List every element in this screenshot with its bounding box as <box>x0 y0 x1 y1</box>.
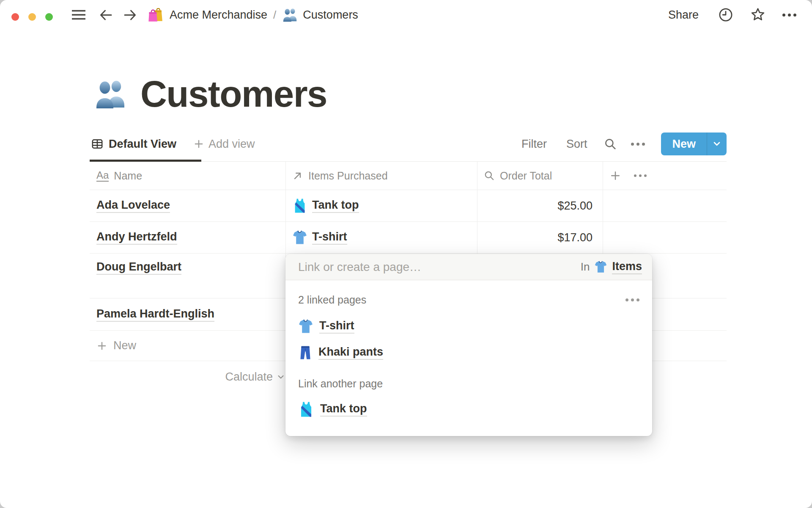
view-options-button[interactable] <box>631 143 645 146</box>
plus-icon <box>193 138 204 149</box>
table-row: Andy Hertzfeld T-shirt $17.00 <box>90 222 727 254</box>
order-total-cell[interactable]: $25.00 <box>477 190 603 221</box>
shopping-bags-icon <box>147 6 165 24</box>
linked-page-label: T-shirt <box>319 319 354 334</box>
clock-icon <box>718 7 733 22</box>
minimize-window-button[interactable] <box>28 13 36 21</box>
table-view-icon <box>91 138 103 150</box>
more-options-button[interactable] <box>782 14 796 17</box>
order-total-value: $25.00 <box>557 199 593 213</box>
app-window: Acme Merchandise / Customers Share <box>0 0 812 508</box>
name-cell[interactable]: Pamela Hardt-English <box>90 298 285 330</box>
table-row: Ada Lovelace Tank top $25.00 <box>90 190 727 222</box>
linked-pages-section-header: 2 linked pages <box>285 293 652 306</box>
share-button[interactable]: Share <box>666 8 701 22</box>
ellipsis-icon <box>782 14 796 17</box>
ellipsis-icon <box>625 298 639 301</box>
linked-pages-count-label: 2 linked pages <box>298 294 366 306</box>
tank-top-icon <box>292 198 307 213</box>
items-purchased-cell[interactable]: T-shirt <box>285 222 477 253</box>
column-header-label: Items Purchased <box>308 170 388 182</box>
filter-button[interactable]: Filter <box>519 137 549 151</box>
table-options-button[interactable] <box>634 174 647 177</box>
row-name: Andy Hertzfeld <box>96 230 177 245</box>
close-window-button[interactable] <box>11 13 19 21</box>
order-total-value: $17.00 <box>557 231 593 244</box>
calculate-button[interactable]: Calculate <box>90 361 294 392</box>
suggested-page-label: Tank top <box>320 402 367 417</box>
add-view-label: Add view <box>208 138 255 151</box>
breadcrumb: Acme Merchandise / Customers <box>147 6 358 24</box>
sort-button[interactable]: Sort <box>564 137 590 151</box>
row-name: Ada Lovelace <box>96 199 170 213</box>
row-name: Doug Engelbart <box>96 260 181 275</box>
linked-page-label: Khaki pants <box>318 345 383 360</box>
breadcrumb-workspace-label: Acme Merchandise <box>170 8 267 22</box>
new-row-label: New <box>113 339 136 352</box>
traffic-lights <box>11 13 53 21</box>
new-record-button[interactable]: New <box>661 133 707 155</box>
breadcrumb-page-label: Customers <box>303 8 358 22</box>
column-header-items-purchased[interactable]: Items Purchased <box>285 162 477 190</box>
linked-page-item[interactable]: Khaki pants <box>285 340 652 366</box>
text-property-icon: Aa <box>96 170 109 181</box>
active-tab-underline <box>90 160 201 162</box>
search-icon <box>604 138 617 150</box>
popup-search-row: In Items <box>285 254 652 280</box>
linked-page-item[interactable]: T-shirt <box>285 313 652 340</box>
linked-pages-options-button[interactable] <box>625 298 639 301</box>
arrow-right-icon <box>123 8 137 22</box>
popup-scope: In Items <box>581 260 652 274</box>
name-cell[interactable]: Doug Engelbart <box>90 254 285 298</box>
relation-arrow-icon <box>292 170 303 181</box>
scope-prefix: In <box>581 260 590 273</box>
ellipsis-icon <box>631 143 645 146</box>
column-header-label: Name <box>114 170 142 182</box>
column-header-label: Order Total <box>500 170 552 182</box>
item-link[interactable]: Tank top <box>312 199 359 213</box>
favorite-button[interactable] <box>750 7 765 22</box>
database-toolbar: Default View Add view Filter Sort <box>90 128 727 160</box>
rollup-search-icon <box>484 170 495 181</box>
back-button[interactable] <box>99 8 113 22</box>
empty-cell[interactable] <box>603 190 727 221</box>
name-cell[interactable]: Andy Hertzfeld <box>90 222 285 253</box>
items-purchased-cell[interactable]: Tank top <box>285 190 477 221</box>
breadcrumb-workspace[interactable]: Acme Merchandise <box>147 6 267 24</box>
new-record-dropdown-button[interactable] <box>707 133 727 155</box>
calculate-label: Calculate <box>225 370 273 384</box>
breadcrumb-page[interactable]: Customers <box>282 7 358 23</box>
add-column-button[interactable] <box>609 170 621 182</box>
search-button[interactable] <box>604 138 617 150</box>
link-another-page-section: Link another page <box>285 377 652 390</box>
column-header-name[interactable]: Aa Name <box>90 162 285 190</box>
link-page-search-input[interactable] <box>285 254 581 280</box>
name-cell[interactable]: Ada Lovelace <box>90 190 285 221</box>
zoom-window-button[interactable] <box>45 13 53 21</box>
page-title[interactable]: Customers <box>140 75 327 112</box>
tab-default-view-label: Default View <box>109 138 176 151</box>
sidebar-menu-button[interactable] <box>71 8 86 21</box>
star-icon <box>750 7 765 22</box>
add-view-button[interactable]: Add view <box>193 138 255 151</box>
empty-cell[interactable] <box>603 222 727 253</box>
t-shirt-icon <box>292 230 307 245</box>
hamburger-icon <box>71 8 86 21</box>
forward-button[interactable] <box>123 8 137 22</box>
tab-default-view[interactable]: Default View <box>90 138 178 151</box>
plus-icon <box>96 340 107 351</box>
jeans-icon <box>298 345 313 360</box>
column-header-order-total[interactable]: Order Total <box>477 162 603 190</box>
chevron-down-icon <box>711 138 722 149</box>
t-shirt-icon <box>594 260 607 273</box>
table-header-row: Aa Name Items Purchased Order Total <box>90 162 727 190</box>
item-link[interactable]: T-shirt <box>312 230 347 245</box>
order-total-cell[interactable]: $17.00 <box>477 222 603 253</box>
people-icon[interactable] <box>94 77 128 111</box>
scope-database-link[interactable]: Items <box>612 260 642 274</box>
suggested-page-item[interactable]: Tank top <box>285 396 652 422</box>
arrow-left-icon <box>99 8 113 22</box>
people-icon <box>282 7 298 23</box>
updates-button[interactable] <box>718 7 733 22</box>
page-header: Customers <box>94 75 327 112</box>
